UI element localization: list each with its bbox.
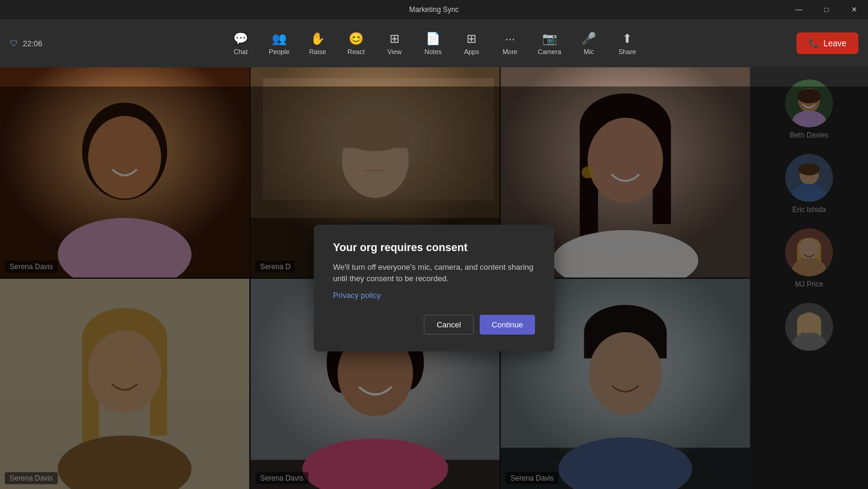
toolbar: 🛡 22:06 💬 Chat 👥 People ✋ Raise 😊 React … (0, 19, 868, 67)
modal-actions: Cancel Continue (333, 315, 535, 335)
mic-button[interactable]: 🎤 Mic (571, 26, 607, 60)
notes-icon: 📄 (426, 31, 441, 46)
shield-icon: 🛡 (10, 38, 18, 48)
more-icon: ··· (505, 32, 515, 46)
react-label: React (347, 48, 365, 55)
privacy-policy-link[interactable]: Privacy policy (333, 291, 381, 300)
more-label: More (503, 48, 518, 55)
apps-label: Apps (464, 48, 479, 55)
modal-overlay: Your org requires consent We'll turn off… (0, 87, 868, 489)
leave-button[interactable]: 📞 Leave (796, 32, 858, 54)
camera-label: Camera (537, 48, 561, 55)
raise-button[interactable]: ✋ Raise (299, 26, 335, 60)
view-button[interactable]: ⊞ View (376, 26, 412, 60)
share-label: Share (619, 48, 636, 55)
modal-title: Your org requires consent (333, 241, 535, 254)
main-content: Serena Davis (0, 67, 868, 489)
view-label: View (388, 48, 402, 55)
camera-icon: 📷 (542, 31, 557, 46)
mic-icon: 🎤 (581, 31, 596, 46)
meeting-time: 22:06 (23, 39, 43, 48)
apps-icon: ⊞ (466, 31, 477, 46)
raise-icon: ✋ (310, 31, 325, 46)
cancel-button[interactable]: Cancel (424, 315, 473, 335)
title-bar: Marketing Sync — □ ✕ (0, 0, 868, 19)
chat-label: Chat (234, 48, 248, 55)
mic-label: Mic (584, 48, 594, 55)
notes-button[interactable]: 📄 Notes (415, 26, 451, 60)
view-icon: ⊞ (390, 31, 400, 46)
people-icon: 👥 (272, 31, 287, 46)
modal-body: We'll turn off everyone's mic, camera, a… (333, 261, 535, 285)
camera-button[interactable]: 📷 Camera (530, 26, 568, 60)
raise-label: Raise (309, 48, 326, 55)
window-title: Marketing Sync (409, 5, 459, 14)
maximize-button[interactable]: □ (813, 0, 840, 19)
close-button[interactable]: ✕ (840, 0, 868, 19)
react-button[interactable]: 😊 React (338, 26, 374, 60)
leave-area: 📞 Leave (796, 32, 858, 54)
more-button[interactable]: ··· More (492, 27, 528, 60)
leave-label: Leave (824, 38, 846, 48)
chat-icon: 💬 (233, 31, 248, 46)
window-controls: — □ ✕ (785, 0, 868, 19)
chat-button[interactable]: 💬 Chat (222, 26, 258, 60)
react-icon: 😊 (349, 31, 364, 46)
continue-button[interactable]: Continue (480, 315, 535, 335)
consent-modal: Your org requires consent We'll turn off… (314, 225, 554, 351)
apps-button[interactable]: ⊞ Apps (453, 26, 489, 60)
people-button[interactable]: 👥 People (261, 26, 297, 60)
minimize-button[interactable]: — (785, 0, 813, 19)
notes-label: Notes (424, 48, 442, 55)
people-label: People (269, 48, 289, 55)
share-icon: ⬆ (622, 31, 632, 46)
toolbar-status: 🛡 22:06 (10, 38, 43, 48)
share-button[interactable]: ⬆ Share (610, 26, 646, 60)
phone-icon: 📞 (808, 38, 819, 48)
